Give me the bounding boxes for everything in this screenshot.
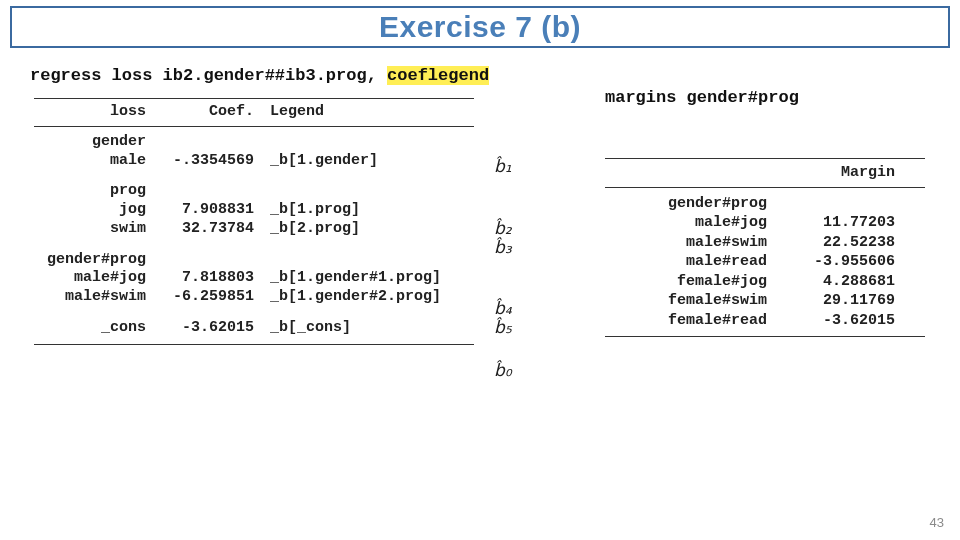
- marg-hdr: Margin: [775, 163, 905, 183]
- marg-row: female#swim29.11769: [605, 291, 935, 311]
- title-bar: Exercise 7 (b): [10, 6, 950, 48]
- row-swim: swim 32.73784 _b[2.prog]: [34, 220, 474, 239]
- hdr-legend: Legend: [264, 103, 464, 122]
- content-area: regress loss ib2.gender##ib3.prog, coefl…: [0, 48, 960, 85]
- row-male: male -.3354569 _b[1.gender]: [34, 152, 474, 171]
- cmd-text: regress loss ib2.gender##ib3.prog,: [30, 66, 387, 85]
- row-cons: _cons -3.62015 _b[_cons]: [34, 319, 474, 338]
- marg-group: gender#prog: [605, 194, 775, 214]
- page-number: 43: [930, 515, 944, 530]
- cmd-highlight: coeflegend: [387, 66, 489, 85]
- margins-command: margins gender#prog: [605, 88, 799, 107]
- bhat-5: b̂₅: [494, 317, 512, 338]
- bhat-2: b̂₂: [494, 218, 512, 239]
- hdr-coef: Coef.: [154, 103, 264, 122]
- marg-row: male#read-3.955606: [605, 252, 935, 272]
- bhat-4: b̂₄: [494, 298, 512, 319]
- row-malejog: male#jog 7.818803 _b[1.gender#1.prog]: [34, 269, 474, 288]
- row-jog: jog 7.908831 _b[1.prog]: [34, 201, 474, 220]
- bhat-3: b̂₃: [494, 237, 512, 258]
- bhat-0: b̂₀: [494, 360, 512, 381]
- regress-command: regress loss ib2.gender##ib3.prog, coefl…: [30, 66, 930, 85]
- marg-row: female#read-3.62015: [605, 311, 935, 331]
- grp-interact: gender#prog: [34, 251, 154, 270]
- margins-table: x Margin gender#prog male#jog11.77203 ma…: [605, 158, 935, 337]
- hdr-depvar: loss: [34, 103, 154, 122]
- bhat-1: b̂₁: [494, 156, 512, 177]
- grp-gender: gender: [34, 133, 154, 152]
- marg-row: female#jog4.288681: [605, 272, 935, 292]
- marg-row: male#swim22.52238: [605, 233, 935, 253]
- grp-prog: prog: [34, 182, 154, 201]
- row-maleswim: male#swim -6.259851 _b[1.gender#2.prog]: [34, 288, 474, 307]
- page-title: Exercise 7 (b): [379, 10, 581, 43]
- marg-row: male#jog11.77203: [605, 213, 935, 233]
- regression-table: loss Coef. Legend gender male -.3354569 …: [34, 98, 474, 345]
